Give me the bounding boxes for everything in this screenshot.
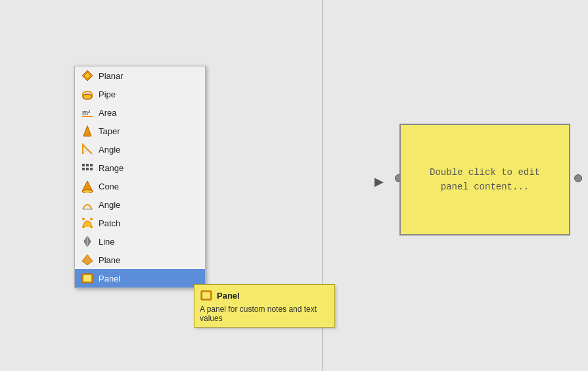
pipe-icon (80, 87, 95, 101)
menu-item-angle1[interactable]: Angle (75, 140, 205, 159)
svg-point-20 (90, 226, 93, 228)
menu-item-angle2[interactable]: Angle (75, 195, 205, 214)
svg-rect-7 (82, 116, 93, 117)
svg-rect-30 (202, 292, 210, 299)
menu-item-taper-label: Taper (99, 126, 120, 136)
menu-item-line[interactable]: Line (75, 232, 205, 251)
menu-item-plane-label: Plane (99, 255, 120, 265)
menu-item-planar-label: Planar (99, 71, 124, 81)
taper-icon (80, 124, 95, 138)
menu-item-taper[interactable]: Taper (75, 122, 205, 140)
menu-item-patch[interactable]: Patch (75, 214, 205, 232)
patch-icon (80, 216, 95, 230)
menu-item-area[interactable]: m²Area (75, 103, 205, 122)
area-icon: m² (80, 105, 95, 120)
svg-rect-13 (82, 168, 85, 170)
canvas-area: PlanarPipem²AreaTaperAngleRangeConeAngle… (0, 0, 588, 371)
menu-item-line-label: Line (99, 237, 115, 247)
connector-right-dot (574, 174, 582, 182)
planar-icon (80, 68, 95, 83)
tooltip-box: Panel A panel for custom notes and text … (194, 284, 335, 328)
cone-icon (80, 179, 95, 193)
dropdown-menu: PlanarPipem²AreaTaperAngleRangeConeAngle… (74, 66, 206, 288)
svg-text:m²: m² (82, 109, 91, 116)
svg-marker-8 (83, 126, 91, 136)
yellow-note-panel[interactable]: Double click to editpanel content... (399, 124, 570, 235)
menu-item-panel[interactable]: Panel (75, 269, 205, 287)
menu-item-pipe-label: Pipe (99, 89, 116, 99)
menu-item-patch-label: Patch (99, 218, 120, 228)
menu-item-angle1-label: Angle (99, 145, 120, 155)
menu-item-pipe[interactable]: Pipe (75, 85, 205, 103)
svg-point-5 (83, 94, 92, 99)
line-icon (80, 234, 95, 249)
svg-rect-11 (86, 164, 89, 166)
svg-rect-14 (86, 168, 89, 170)
menu-item-area-label: Area (99, 108, 116, 118)
tooltip-title-label: Panel (217, 291, 240, 301)
svg-point-22 (90, 218, 93, 220)
menu-item-range[interactable]: Range (75, 159, 205, 177)
menu-item-angle2-label: Angle (99, 200, 120, 210)
svg-marker-25 (82, 255, 93, 265)
svg-rect-27 (83, 275, 91, 282)
panel-tooltip-icon (200, 289, 213, 302)
svg-rect-10 (82, 164, 85, 166)
menu-item-planar[interactable]: Planar (75, 66, 205, 85)
connector-arrow: ▶ (374, 174, 384, 189)
angle1-icon (80, 142, 95, 157)
svg-line-9 (83, 149, 87, 154)
tooltip-description: A panel for custom notes and text values (200, 305, 329, 323)
svg-rect-12 (90, 164, 93, 166)
panel-icon (80, 271, 95, 285)
plane-icon (80, 253, 95, 267)
range-icon (80, 161, 95, 175)
tooltip-title: Panel (200, 289, 329, 302)
svg-point-17 (82, 190, 93, 193)
menu-item-cone[interactable]: Cone (75, 177, 205, 195)
svg-rect-15 (90, 168, 93, 170)
svg-point-19 (82, 226, 85, 228)
panel-content-text: Double click to editpanel content... (430, 165, 540, 195)
svg-point-21 (82, 218, 85, 220)
menu-item-panel-label: Panel (99, 274, 120, 284)
menu-item-cone-label: Cone (99, 182, 119, 191)
menu-item-plane[interactable]: Plane (75, 251, 205, 269)
menu-item-range-label: Range (99, 163, 124, 173)
angle2-icon (80, 197, 95, 212)
